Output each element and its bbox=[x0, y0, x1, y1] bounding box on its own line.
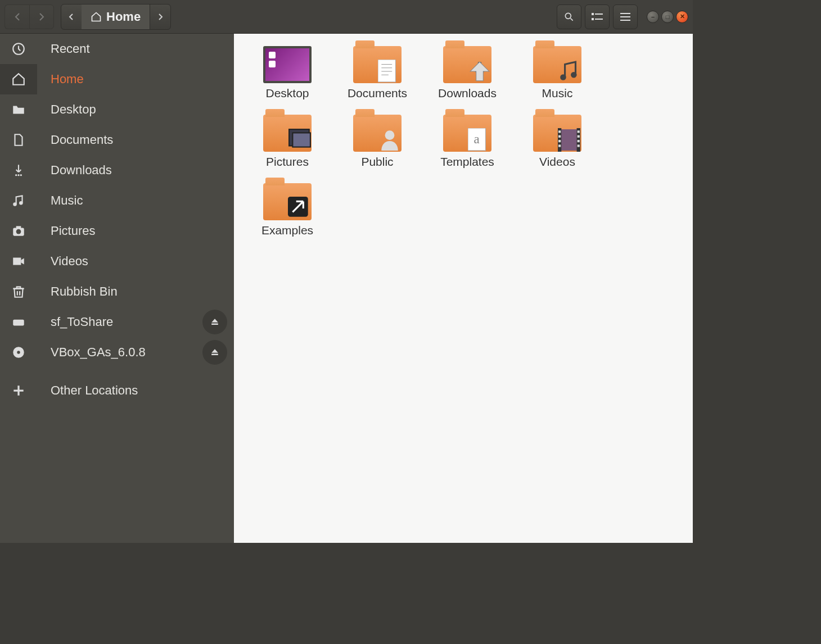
file-thumb bbox=[533, 46, 581, 83]
svg-point-0 bbox=[565, 13, 571, 19]
sidebar-item-rubbish-bin[interactable]: Rubbish Bin bbox=[0, 276, 234, 307]
svg-rect-2 bbox=[595, 13, 603, 15]
video-icon bbox=[0, 254, 37, 269]
music-icon bbox=[0, 193, 37, 208]
maximize-button[interactable]: □ bbox=[661, 11, 674, 23]
svg-rect-4 bbox=[595, 19, 603, 20]
file-label: Music bbox=[542, 87, 573, 100]
eject-button[interactable] bbox=[202, 340, 227, 365]
sidebar: RecentHomeDesktopDocumentsDownloadsMusic… bbox=[0, 34, 234, 543]
sidebar-item-label: Desktop bbox=[51, 102, 96, 117]
sidebar-item-sf-toshare[interactable]: sf_ToShare bbox=[0, 307, 234, 337]
file-thumb bbox=[353, 115, 402, 152]
pathbar: Home bbox=[61, 4, 171, 30]
file-thumb bbox=[263, 46, 312, 83]
svg-rect-3 bbox=[592, 18, 594, 20]
nav-group bbox=[4, 4, 54, 29]
svg-rect-7 bbox=[620, 20, 630, 21]
file-label: Examples bbox=[261, 224, 313, 237]
forward-button[interactable] bbox=[29, 4, 54, 29]
file-pane: DesktopDocumentsDownloadsMusicPicturesPu… bbox=[234, 34, 693, 543]
search-button[interactable] bbox=[557, 4, 581, 29]
home-icon bbox=[0, 72, 37, 87]
sidebar-item-label: VBox_GAs_6.0.8 bbox=[51, 345, 146, 360]
path-segment-label: Home bbox=[106, 10, 141, 24]
sidebar-item-label: Music bbox=[51, 193, 83, 208]
sidebar-item-label: Recent bbox=[51, 42, 90, 56]
sidebar-item-pictures[interactable]: Pictures bbox=[0, 216, 234, 246]
sidebar-item-label: Downloads bbox=[51, 163, 112, 178]
file-item-public[interactable]: Public bbox=[341, 115, 414, 169]
path-segment-home[interactable]: Home bbox=[82, 4, 150, 29]
back-button[interactable] bbox=[4, 4, 29, 29]
svg-rect-6 bbox=[620, 16, 630, 17]
file-item-music[interactable]: Music bbox=[521, 46, 594, 100]
sidebar-item-music[interactable]: Music bbox=[0, 185, 234, 216]
list-view-icon bbox=[592, 12, 603, 21]
folder-icon bbox=[0, 102, 37, 117]
close-button[interactable]: ✕ bbox=[676, 11, 688, 23]
file-label: Desktop bbox=[265, 87, 309, 100]
file-thumb bbox=[263, 115, 312, 152]
search-icon bbox=[563, 11, 575, 22]
document-icon bbox=[0, 133, 37, 147]
drive-icon bbox=[0, 315, 37, 329]
sidebar-item-label: sf_ToShare bbox=[51, 315, 113, 329]
file-label: Public bbox=[361, 155, 393, 169]
sidebar-item-recent[interactable]: Recent bbox=[0, 34, 234, 64]
minimize-button[interactable]: – bbox=[647, 11, 659, 23]
sidebar-item-label: Home bbox=[51, 72, 84, 87]
file-label: Templates bbox=[440, 155, 494, 169]
svg-rect-5 bbox=[620, 13, 630, 14]
sidebar-item-home[interactable]: Home bbox=[0, 64, 234, 94]
file-item-examples[interactable]: Examples bbox=[251, 183, 324, 237]
file-thumb bbox=[443, 115, 491, 152]
sidebar-item-label: Pictures bbox=[51, 224, 95, 238]
file-label: Pictures bbox=[266, 155, 309, 169]
sidebar-item-other-locations[interactable]: Other Locations bbox=[0, 375, 234, 406]
file-thumb bbox=[443, 46, 491, 83]
camera-icon bbox=[0, 224, 37, 238]
file-item-desktop[interactable]: Desktop bbox=[251, 46, 324, 100]
file-label: Videos bbox=[539, 155, 575, 169]
toolbar: Home – □ ✕ bbox=[0, 0, 693, 34]
file-item-documents[interactable]: Documents bbox=[341, 46, 414, 100]
sidebar-item-vbox-gas-6-0-8[interactable]: VBox_GAs_6.0.8 bbox=[0, 337, 234, 368]
file-label: Documents bbox=[348, 87, 407, 100]
file-item-templates[interactable]: Templates bbox=[431, 115, 504, 169]
file-item-videos[interactable]: Videos bbox=[521, 115, 594, 169]
eject-button[interactable] bbox=[202, 310, 227, 334]
sidebar-item-desktop[interactable]: Desktop bbox=[0, 94, 234, 125]
sidebar-item-downloads[interactable]: Downloads bbox=[0, 155, 234, 185]
sidebar-item-videos[interactable]: Videos bbox=[0, 246, 234, 276]
sidebar-item-label: Videos bbox=[51, 254, 88, 269]
trash-icon bbox=[0, 284, 37, 299]
file-thumb bbox=[263, 183, 312, 220]
menu-button[interactable] bbox=[613, 4, 638, 29]
home-icon bbox=[91, 11, 102, 22]
path-prev-button[interactable] bbox=[61, 4, 82, 29]
sidebar-item-label: Documents bbox=[51, 133, 113, 147]
plus-icon bbox=[0, 383, 37, 398]
sidebar-item-documents[interactable]: Documents bbox=[0, 125, 234, 155]
hamburger-icon bbox=[620, 13, 630, 21]
window-controls: – □ ✕ bbox=[647, 11, 688, 23]
path-next-button[interactable] bbox=[150, 4, 170, 29]
sidebar-item-label: Other Locations bbox=[51, 383, 138, 398]
file-item-downloads[interactable]: Downloads bbox=[431, 46, 504, 100]
download-icon bbox=[0, 163, 37, 178]
file-label: Downloads bbox=[438, 87, 497, 100]
file-thumb bbox=[353, 46, 402, 83]
view-toggle-button[interactable] bbox=[585, 4, 610, 29]
file-thumb bbox=[533, 115, 581, 152]
clock-icon bbox=[0, 42, 37, 56]
svg-rect-1 bbox=[592, 13, 594, 15]
file-item-pictures[interactable]: Pictures bbox=[251, 115, 324, 169]
disc-icon bbox=[0, 345, 37, 360]
sidebar-item-label: Rubbish Bin bbox=[51, 284, 118, 299]
